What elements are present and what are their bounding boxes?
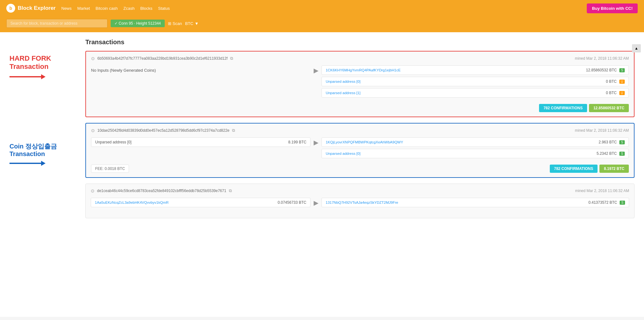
conn-badge: ✓ Conn 95 · Height 512344 xyxy=(111,20,165,27)
transaction-card-2: ⊙ 10dae25042f8d4d03839d0dd0e457ec5a12d52… xyxy=(85,123,635,178)
output-badge-s-2-0: S xyxy=(619,140,625,144)
tx-circle-icon-3: ⊙ xyxy=(91,188,95,193)
tx-body-1: No Inputs (Newly Generated Coins) ▶ 1CK6… xyxy=(91,65,629,100)
header-left: b Block Explorer News Market Bitcoin cas… xyxy=(6,4,170,13)
transaction-card-3: ⊙ de1ceab46c44c59ce6cd8783cea52fde849102… xyxy=(85,184,635,218)
tx-inputs-1: No Inputs (Newly Generated Coins) xyxy=(91,65,310,75)
output-addr-2-1: Unparsed address [0] xyxy=(326,152,360,155)
tx-arrow-1: ▶ xyxy=(314,65,318,74)
tx-header-1: ⊙ 6b50693a4b42f7d7fc7777ea083aa228bd19b9… xyxy=(91,56,629,61)
nav-blocks[interactable]: Blocks xyxy=(140,6,152,11)
input-addr-3-0[interactable]: 1Aa5uEKzNcqZcL3a9ebHK4VQvvbyv1kQmR xyxy=(95,201,169,204)
tx-arrow-3: ▶ xyxy=(314,198,318,207)
output-val-3-0: 0.41373572 BTC xyxy=(588,200,617,205)
chevron-down-icon: ▼ xyxy=(194,21,199,26)
nav-status[interactable]: Status xyxy=(158,6,170,11)
nav-bitcoin-cash[interactable]: Bitcoin cash xyxy=(95,6,118,11)
tx-input-item-3-0: 1Aa5uEKzNcqZcL3a9ebHK4VQvvbyv1kQmR 0.074… xyxy=(91,198,310,207)
tx-outputs-2: 1KQjLyovrXNPQFMBWPKqtcgXeAhWbA9QWY 2.963… xyxy=(322,137,629,160)
scan-icon: ⊞ xyxy=(168,21,171,26)
confirmations-button-2[interactable]: 782 CONFIRMATIONS xyxy=(550,165,598,173)
tx-outputs-3: 1317NbQ7H92VTsAJa4eqzSkYDZT2MJ9Fre 0.413… xyxy=(322,198,629,209)
output-val-1-1: 0 BTC xyxy=(606,79,616,84)
output-badge-s-3-0: S xyxy=(620,201,625,205)
tx-circle-icon-2: ⊙ xyxy=(91,128,95,133)
main-content: HARD FORK Transaction Coin 정상입출금 Transac… xyxy=(0,32,644,317)
tx-body-2: Unparsed address [0] 8.199 BTC ▶ 1KQjLyo… xyxy=(91,137,629,160)
output-addr-1-2: Unparsed address [1] xyxy=(326,91,360,95)
output-addr-3-0[interactable]: 1317NbQ7H92VTsAJa4eqzSkYDZT2MJ9Fre xyxy=(326,201,398,204)
output-val-2-0: 2.963 BTC xyxy=(599,140,617,144)
copy-icon-1[interactable]: ⧉ xyxy=(230,56,233,61)
logo-text: Block Explorer xyxy=(18,5,56,11)
header-right: Buy Bitcoin with CC! xyxy=(587,3,638,13)
search-bar: ✓ Conn 95 · Height 512344 ⊞ Scan BTC ▼ xyxy=(0,16,644,32)
output-val-2-1: 5.2342 BTC xyxy=(597,151,617,156)
nav-links: News Market Bitcoin cash Zcash Blocks St… xyxy=(61,6,170,11)
tx-hash-1[interactable]: 6b50693a4b42f7d7fc7777ea083aa228bd19b931… xyxy=(97,56,228,61)
tx-footer-1: 782 CONFIRMATIONS 12.85860532 BTC xyxy=(91,104,629,112)
hard-fork-label: HARD FORK Transaction xyxy=(9,54,85,71)
tx-outputs-1: 1CK6KHY6MHgYvmRQ4PAafKYDrg1ejbH1cE 12.85… xyxy=(322,65,629,100)
nav-market[interactable]: Market xyxy=(77,6,90,11)
tx-mined-3: mined Mar 2, 2018 11:06:32 AM xyxy=(575,189,629,193)
arrow-head-blue xyxy=(41,161,46,166)
arrow-line-red xyxy=(9,76,41,77)
tx-output-item-1-2: Unparsed address [1] 0 BTC U xyxy=(322,88,629,98)
btc-selector[interactable]: BTC ▼ xyxy=(185,21,199,26)
tx-hash-3[interactable]: de1ceab46c44c59ce6cd8783cea52fde849102cb… xyxy=(97,189,226,193)
confirmations-button-1[interactable]: 782 CONFIRMATIONS xyxy=(539,104,587,112)
transaction-card-1: ⊙ 6b50693a4b42f7d7fc7777ea083aa228bd19b9… xyxy=(85,51,635,117)
output-badge-u-1-1: U xyxy=(619,80,625,84)
output-badge-u-1-2: U xyxy=(619,91,625,95)
logo: b Block Explorer xyxy=(6,4,56,13)
logo-icon: b xyxy=(6,4,15,13)
input-val-3-0: 0.07456733 BTC xyxy=(278,200,306,205)
arrow-head-red xyxy=(41,74,46,79)
input-val-2-0: 8.199 BTC xyxy=(288,140,306,144)
tx-inputs-3: 1Aa5uEKzNcqZcL3a9ebHK4VQvvbyv1kQmR 0.074… xyxy=(91,198,310,209)
tx-hash-row-3: ⊙ de1ceab46c44c59ce6cd8783cea52fde849102… xyxy=(91,188,232,193)
tx-header-2: ⊙ 10dae25042f8d4d03839d0dd0e457ec5a12d52… xyxy=(91,128,629,133)
tx-mined-2: mined Mar 2, 2018 11:06:32 AM xyxy=(575,128,629,133)
coin-label: Coin 정상입출금 Transaction xyxy=(9,142,85,158)
output-val-1-2: 0 BTC xyxy=(606,91,616,95)
hard-fork-arrow xyxy=(9,74,85,79)
footer-right-1: 782 CONFIRMATIONS 12.85860532 BTC xyxy=(539,104,629,112)
output-addr-1-1: Unparsed address [0] xyxy=(326,80,360,83)
buy-bitcoin-button[interactable]: Buy Bitcoin with CC! xyxy=(587,3,638,13)
copy-icon-3[interactable]: ⧉ xyxy=(229,188,232,193)
tx-inputs-2: Unparsed address [0] 8.199 BTC xyxy=(91,137,310,149)
output-badge-s-2-1: S xyxy=(619,152,625,156)
tx-output-item-1-0: 1CK6KHY6MHgYvmRQ4PAafKYDrg1ejbH1cE 12.85… xyxy=(322,65,629,75)
tx-arrow-2: ▶ xyxy=(314,137,318,146)
coin-arrow xyxy=(9,161,85,166)
btc-total-button-1[interactable]: 12.85860532 BTC xyxy=(589,104,629,112)
tx-output-item-2-0: 1KQjLyovrXNPQFMBWPKqtcgXeAhWbA9QWY 2.963… xyxy=(322,137,629,147)
scroll-up-button[interactable]: ▲ xyxy=(632,44,641,52)
tx-footer-2: FEE: 0.0018 BTC 782 CONFIRMATIONS 8.1972… xyxy=(91,165,629,173)
tx-output-item-3-0: 1317NbQ7H92VTsAJa4eqzSkYDZT2MJ9Fre 0.413… xyxy=(322,198,629,207)
tx-mined-1: mined Mar 2, 2018 11:06:32 AM xyxy=(575,56,629,61)
tx-body-3: 1Aa5uEKzNcqZcL3a9ebHK4VQvvbyv1kQmR 0.074… xyxy=(91,198,629,209)
tx-input-item-2-0: Unparsed address [0] 8.199 BTC xyxy=(91,137,310,147)
tx-circle-icon-1: ⊙ xyxy=(91,56,95,61)
nav-news[interactable]: News xyxy=(61,6,72,11)
no-inputs-text: No Inputs (Newly Generated Coins) xyxy=(91,65,310,75)
nav-zcash[interactable]: Zcash xyxy=(123,6,134,11)
arrow-line-blue xyxy=(9,163,41,164)
output-addr-1-0[interactable]: 1CK6KHY6MHgYvmRQ4PAafKYDrg1ejbH1cE xyxy=(326,68,401,72)
output-badge-s-1-0: S xyxy=(619,68,625,72)
output-addr-2-0[interactable]: 1KQjLyovrXNPQFMBWPKqtcgXeAhWbA9QWY xyxy=(326,140,403,144)
tx-header-3: ⊙ de1ceab46c44c59ce6cd8783cea52fde849102… xyxy=(91,188,629,193)
copy-icon-2[interactable]: ⧉ xyxy=(232,128,235,133)
output-val-1-0: 12.85860532 BTC xyxy=(586,68,617,72)
input-addr-2-0: Unparsed address [0] xyxy=(95,140,132,144)
search-input[interactable] xyxy=(6,19,107,28)
btc-total-button-2[interactable]: 8.1972 BTC xyxy=(599,165,629,173)
tx-hash-row-2: ⊙ 10dae25042f8d4d03839d0dd0e457ec5a12d52… xyxy=(91,128,235,133)
tx-output-item-1-1: Unparsed address [0] 0 BTC U xyxy=(322,77,629,86)
tx-hash-2[interactable]: 10dae25042f8d4d03839d0dd0e457ec5a12d5287… xyxy=(97,128,230,133)
scan-button[interactable]: ⊞ Scan xyxy=(168,21,182,26)
footer-right-2: 782 CONFIRMATIONS 8.1972 BTC xyxy=(550,165,629,173)
